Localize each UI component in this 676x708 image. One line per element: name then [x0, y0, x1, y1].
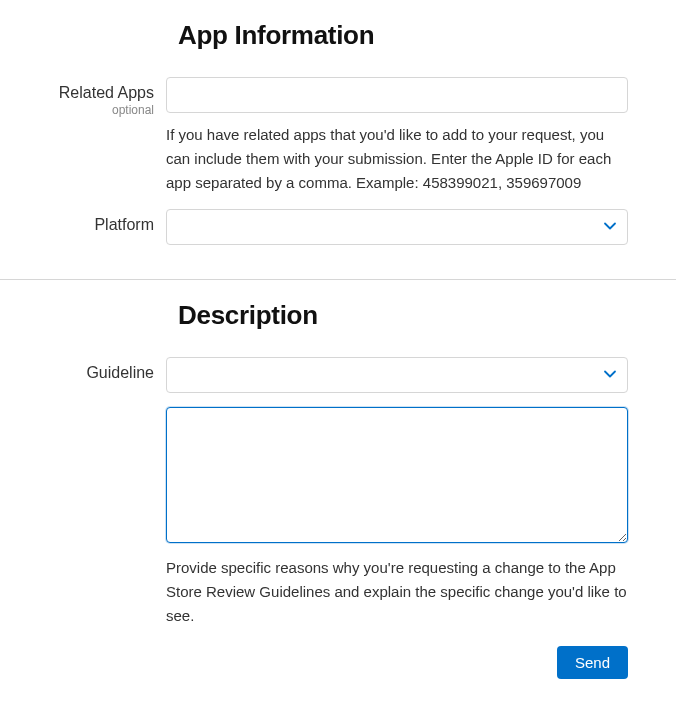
- guideline-field-col: [166, 357, 628, 393]
- description-section: Description Guideline Provide specific r…: [0, 279, 676, 708]
- platform-select-wrap: [166, 209, 628, 245]
- related-apps-row: Related Apps optional If you have relate…: [0, 77, 628, 195]
- app-information-heading: App Information: [178, 20, 628, 51]
- guideline-label-col: Guideline: [0, 357, 166, 382]
- related-apps-label: Related Apps: [0, 84, 154, 102]
- reason-helper: Provide specific reasons why you're requ…: [166, 556, 628, 628]
- platform-row: Platform: [0, 209, 628, 245]
- reason-textarea[interactable]: [166, 407, 628, 543]
- platform-label-col: Platform: [0, 209, 166, 234]
- guideline-row: Guideline: [0, 357, 628, 393]
- platform-field-col: [166, 209, 628, 245]
- description-heading: Description: [178, 300, 628, 331]
- send-button[interactable]: Send: [557, 646, 628, 679]
- guideline-label: Guideline: [0, 364, 154, 382]
- related-apps-field-col: If you have related apps that you'd like…: [166, 77, 628, 195]
- related-apps-sublabel: optional: [0, 103, 154, 117]
- guideline-select-wrap: [166, 357, 628, 393]
- reason-field-col: Provide specific reasons why you're requ…: [166, 407, 628, 679]
- platform-label: Platform: [0, 216, 154, 234]
- reason-row: Provide specific reasons why you're requ…: [0, 407, 628, 679]
- related-apps-helper: If you have related apps that you'd like…: [166, 123, 628, 195]
- related-apps-label-col: Related Apps optional: [0, 77, 166, 117]
- guideline-select[interactable]: [166, 357, 628, 393]
- app-information-section: App Information Related Apps optional If…: [0, 0, 676, 279]
- platform-select[interactable]: [166, 209, 628, 245]
- related-apps-input[interactable]: [166, 77, 628, 113]
- reason-label-col: [0, 407, 166, 414]
- actions-row: Send: [166, 646, 628, 679]
